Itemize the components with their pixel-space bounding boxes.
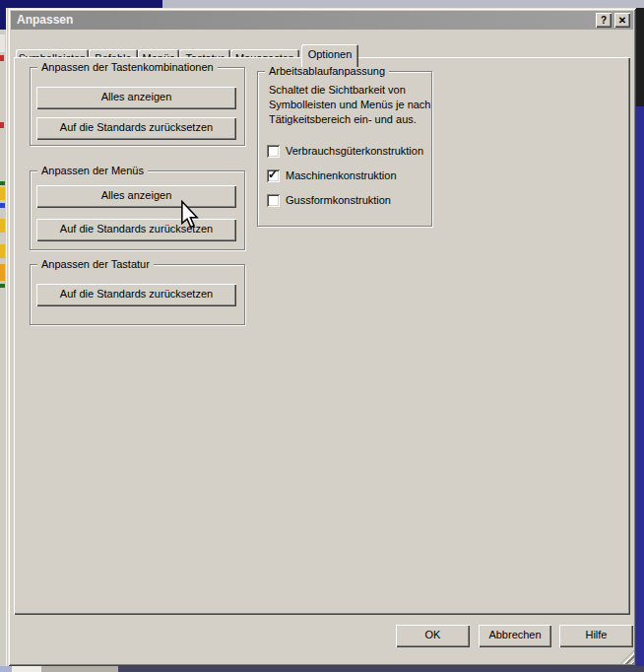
background-app-titlebar: [0, 0, 162, 8]
group-title: Anpassen der Tastatur: [37, 258, 154, 271]
help-icon[interactable]: ?: [596, 13, 612, 28]
checkbox-row-maschinen[interactable]: ✓ Maschinenkonstruktion: [267, 168, 397, 182]
group-title: Anpassen der Menüs: [37, 165, 148, 177]
show-all-keys-button[interactable]: Alles anzeigen: [36, 87, 236, 109]
mouse-cursor-icon: [180, 200, 199, 229]
workflow-description: Schaltet die Sichtbarkeit von Symbolleis…: [269, 83, 430, 127]
background-app-window: [636, 106, 644, 666]
close-icon[interactable]: ✕: [614, 13, 630, 28]
description-line: Tätigkeitsbereich ein- und aus.: [269, 112, 430, 127]
checkbox-label[interactable]: Verbrauchsgüterkonstruktion: [286, 145, 423, 157]
screen: Anpassen ? ✕ Symbolleisten Befehle Menüs…: [0, 0, 644, 672]
background-fragment: [0, 34, 5, 52]
background-fragment: [0, 203, 5, 208]
reset-keys-button[interactable]: Auf die Standards zurücksetzen: [36, 117, 236, 140]
background-fragment: [41, 666, 118, 672]
checkbox-label[interactable]: Maschinenkonstruktion: [286, 169, 397, 181]
resize-grip[interactable]: [620, 650, 634, 664]
group-title: Anpassen der Tastenkombinationen: [37, 61, 218, 74]
background-fragment: [0, 666, 12, 672]
checkmark-icon: ✓: [268, 168, 278, 181]
reset-menus-button[interactable]: Auf die Standards zurücksetzen: [36, 219, 236, 241]
description-line: Symbolleisten und Menüs je nach: [269, 98, 430, 112]
dialog-title: Anpassen: [17, 11, 73, 30]
background-fragment: [0, 122, 4, 128]
checkbox-label[interactable]: Gussformkonstruktion: [286, 194, 391, 206]
reset-keyboard-button[interactable]: Auf die Standards zurücksetzen: [36, 284, 236, 306]
background-fragment: [0, 55, 4, 61]
help-button[interactable]: Hilfe: [559, 625, 633, 647]
tab-optionen[interactable]: Optionen: [301, 44, 358, 67]
ok-button[interactable]: OK: [396, 625, 470, 647]
background-fragment: [0, 181, 5, 185]
checkbox-gussformkonstruktion[interactable]: [267, 194, 280, 207]
checkbox-verbrauchsgueterkonstruktion[interactable]: [267, 145, 280, 158]
background-fragment: [0, 264, 5, 281]
background-fragment: [0, 219, 5, 233]
checkbox-row-verbrauchsgueter[interactable]: Verbrauchsgüterkonstruktion: [267, 144, 423, 158]
customize-dialog: Anpassen ? ✕ Symbolleisten Befehle Menüs…: [8, 8, 636, 666]
show-all-menus-button[interactable]: Alles anzeigen: [36, 185, 236, 208]
background-fragment: [0, 244, 5, 258]
background-toolbar-edge: [6, 8, 7, 672]
title-bar[interactable]: Anpassen ? ✕: [11, 11, 633, 30]
checkbox-row-gussform[interactable]: Gussformkonstruktion: [267, 193, 391, 207]
description-line: Schaltet die Sichtbarkeit von: [269, 83, 430, 98]
cancel-button[interactable]: Abbrechen: [479, 625, 551, 647]
background-app-strip: [162, 0, 644, 8]
background-right-dark: [636, 8, 644, 106]
background-fragment: [0, 284, 5, 288]
background-fragment: [0, 187, 5, 200]
background-fragment: [12, 666, 41, 672]
checkbox-maschinenkonstruktion[interactable]: ✓: [267, 169, 280, 182]
